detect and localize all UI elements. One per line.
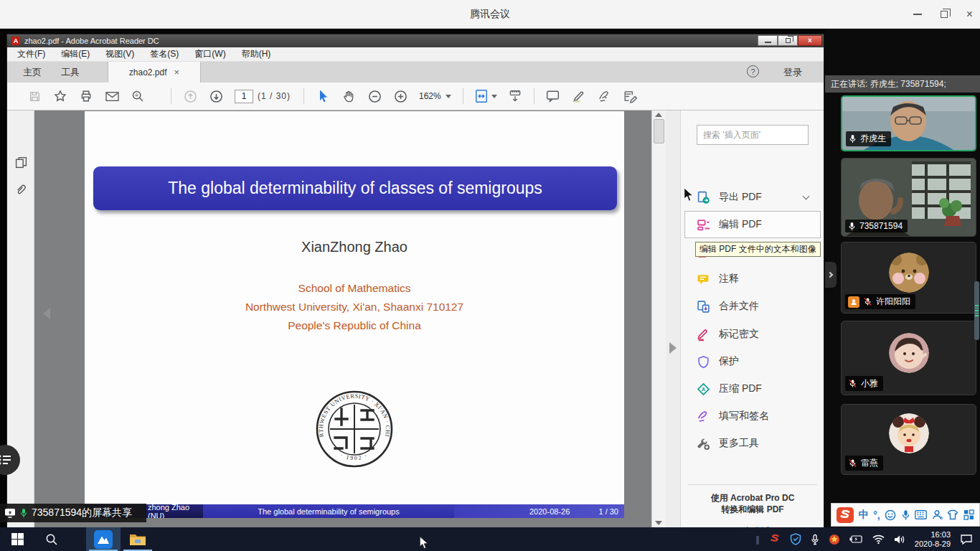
login-button[interactable]: 登录 (783, 66, 802, 79)
footer-page: 1 / 30 (598, 507, 618, 516)
university-seal: NORTHWEST UNIVERSITY · XI'AN · CHINA · 1… (315, 390, 394, 468)
tool-item-redact[interactable]: 标记密文 (681, 321, 824, 348)
participant-tile[interactable]: 许阳阳阳 (841, 242, 976, 314)
tool-item-fill-sign[interactable]: 填写和签名 (681, 402, 824, 430)
zoom-out-icon[interactable] (362, 85, 387, 107)
tool-item-more-tools[interactable]: 更多工具 (681, 430, 824, 457)
acrobat-restore-button[interactable] (778, 35, 798, 46)
security-shield-icon[interactable] (790, 533, 801, 545)
fill-sign-icon[interactable] (618, 85, 644, 107)
menu-sign[interactable]: 签名(S) (150, 48, 179, 60)
tab-document[interactable]: zhao2.pdf × (108, 62, 201, 83)
tool-item-protect[interactable]: 保护 (681, 348, 824, 375)
taskbar-file-explorer[interactable] (121, 527, 155, 551)
page-thumbnails-icon[interactable] (15, 156, 27, 171)
punctuation-icon[interactable]: °, (873, 509, 880, 521)
member-badge-icon (848, 296, 859, 308)
battery-icon[interactable] (849, 534, 863, 544)
attachments-icon[interactable] (15, 184, 27, 199)
edit-pdf-icon (697, 218, 710, 232)
participant-name: 乔虎生 (860, 133, 886, 145)
taskbar-clock[interactable]: 16:03 2020-8-29 (915, 530, 951, 549)
tool-item-edit-pdf[interactable]: 编辑 PDF (681, 211, 824, 238)
next-page-strip (666, 110, 680, 527)
wifi-icon[interactable] (872, 534, 885, 544)
skin-icon[interactable] (947, 509, 958, 520)
participant-name: 许阳阳阳 (876, 296, 910, 308)
action-center-icon[interactable] (960, 534, 973, 545)
slide-affiliation-2: Northwest University, Xi'an, Shaanxi 710… (85, 301, 624, 314)
chevron-down-icon (446, 95, 451, 98)
menu-view[interactable]: 视图(V) (105, 48, 134, 60)
acrobat-window-title: zhao2.pdf - Adobe Acrobat Reader DC (24, 37, 159, 45)
acrobat-minimize-button[interactable] (758, 35, 778, 46)
start-button[interactable] (0, 527, 34, 551)
close-icon[interactable]: × (966, 9, 973, 20)
keyboard-icon[interactable] (915, 510, 927, 519)
tab-tools[interactable]: 工具 (61, 62, 80, 83)
zoom-level-select[interactable]: 162% (419, 91, 451, 101)
minimize-icon[interactable] (913, 14, 922, 15)
scrollbar-thumb[interactable] (654, 119, 664, 143)
tab-home[interactable]: 主页 (23, 62, 42, 83)
participant-tile[interactable]: 雷燕 (841, 404, 976, 475)
measure-icon[interactable] (502, 85, 528, 107)
tool-item-export-pdf[interactable]: 导出 PDF (681, 184, 824, 211)
chevron-down-icon[interactable] (803, 193, 810, 200)
next-page-icon[interactable] (203, 85, 229, 107)
screen: 腾讯会议 × A zhao2.pdf - Adobe Acrobat Reade… (0, 0, 980, 551)
zoom-in-icon[interactable] (387, 85, 413, 107)
select-tool-icon[interactable] (310, 85, 336, 107)
vertical-scrollbar[interactable] (651, 110, 666, 527)
taskbar-meeting-app[interactable] (86, 527, 121, 551)
mic-tray-icon[interactable] (811, 534, 819, 545)
emoji-icon[interactable] (885, 509, 896, 521)
next-page-arrow[interactable] (669, 342, 677, 354)
file-explorer-icon (129, 532, 146, 547)
chinese-mode-icon[interactable]: 中 (859, 509, 869, 522)
sign-pen-icon[interactable] (592, 85, 618, 107)
tool-item-combine[interactable]: 合并文件 (681, 293, 824, 320)
highlight-icon[interactable] (566, 85, 592, 107)
menu-file[interactable]: 文件(F) (17, 48, 45, 60)
tab-close-icon[interactable]: × (174, 67, 180, 77)
tool-item-comment[interactable]: 注释 (681, 265, 824, 293)
save-icon[interactable] (22, 85, 47, 107)
mail-icon[interactable] (99, 85, 125, 107)
search-icon[interactable] (34, 527, 69, 551)
previous-page-arrow[interactable] (43, 308, 50, 319)
sogou-tray-icon[interactable] (769, 534, 781, 545)
participant-video[interactable]: 735871594 (841, 158, 976, 237)
tools-search-input[interactable] (697, 125, 809, 145)
speaker-icon[interactable] (894, 534, 905, 545)
hand-tool-icon[interactable] (336, 85, 362, 107)
mic-muted-icon (848, 379, 857, 388)
help-icon[interactable]: ? (747, 65, 759, 77)
menu-edit[interactable]: 编辑(E) (61, 48, 90, 60)
participant-name: 735871594 (859, 221, 903, 231)
tool-item-compress[interactable]: A 压缩 PDF (681, 375, 824, 402)
panel-scrollbar-thumb[interactable] (974, 281, 979, 340)
voice-input-icon[interactable] (901, 509, 910, 521)
huorong-icon[interactable] (829, 534, 840, 545)
footer-author: zhong Zhao (NU) (148, 503, 203, 519)
star-icon[interactable] (47, 85, 73, 107)
page-number-input[interactable] (235, 90, 253, 103)
pdf-page[interactable]: The global determinability of classes of… (85, 111, 624, 518)
participant-tile[interactable]: 小雅 (841, 321, 976, 395)
panel-collapse-button[interactable] (825, 262, 837, 288)
menu-help[interactable]: 帮助(H) (242, 48, 271, 60)
account-icon[interactable]: 6 (932, 509, 943, 520)
footer-date-box: 2020-08-26 1 / 30 (454, 504, 624, 518)
page-fit-icon[interactable] (469, 85, 502, 107)
comment-icon[interactable] (540, 85, 566, 107)
acrobat-close-button[interactable]: × (798, 35, 822, 46)
menu-window[interactable]: 窗口(W) (194, 48, 225, 60)
previous-page-icon[interactable] (177, 85, 203, 107)
print-icon[interactable] (73, 85, 99, 107)
toolbox-grid-icon[interactable] (963, 509, 974, 520)
participant-video[interactable]: 乔虎生 (841, 95, 976, 151)
marquee-zoom-icon[interactable] (125, 85, 151, 107)
acrobat-tabbar: 主页 工具 zhao2.pdf × ? 登录 (7, 62, 824, 83)
restore-icon[interactable] (941, 11, 948, 18)
